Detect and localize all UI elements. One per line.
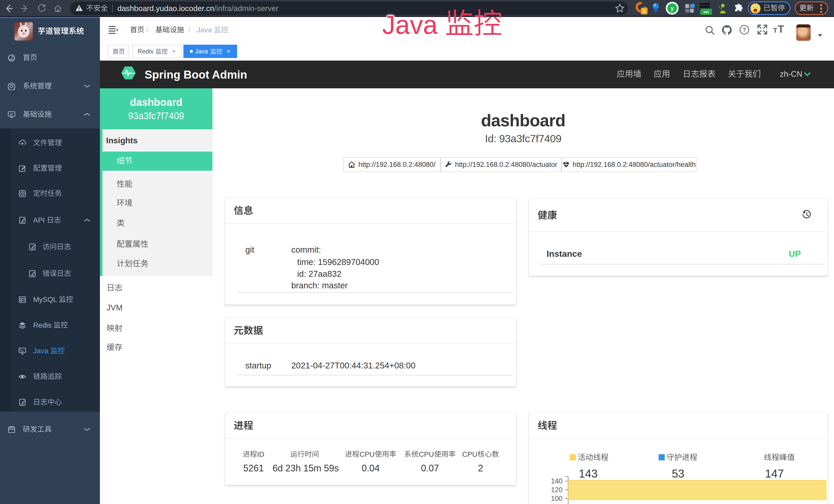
svg-text:y: y	[671, 5, 674, 12]
svg-text:on: on	[704, 9, 709, 15]
svg-text:1: 1	[643, 9, 645, 14]
svg-text:?: ?	[743, 26, 746, 33]
